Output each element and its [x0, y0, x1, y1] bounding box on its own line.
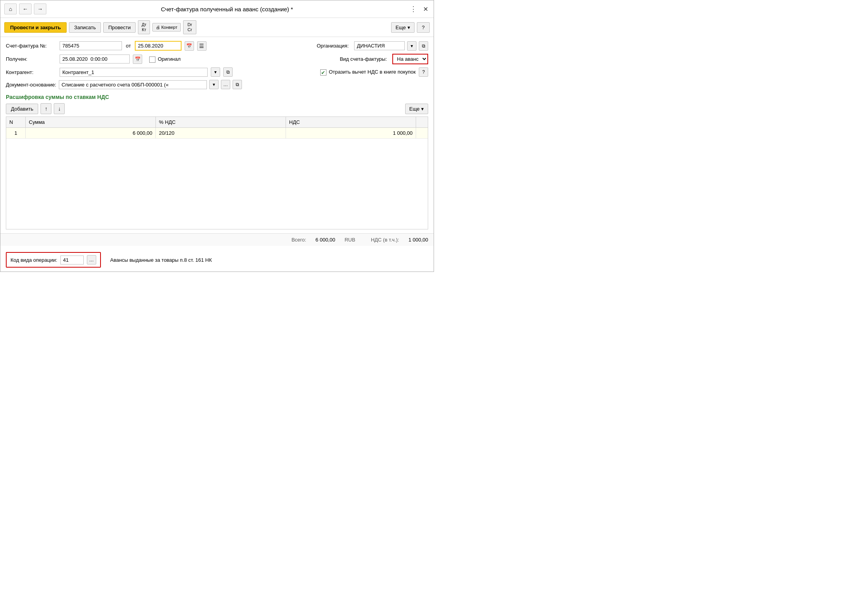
kontragent-label: Контрагент: — [6, 69, 56, 75]
original-label: Оригинал — [158, 56, 181, 62]
doc-osnov-copy-button[interactable]: ⧉ — [233, 80, 242, 89]
table-row[interactable]: 1 6 000,00 20/120 1 000,00 — [6, 128, 428, 139]
vid-select[interactable]: На аванс — [392, 54, 428, 64]
received-label: Получен: — [6, 56, 56, 62]
vid-label: Вид счета-фактуры: — [340, 56, 387, 62]
cell-action — [416, 128, 428, 138]
move-up-button[interactable]: ↑ — [41, 103, 51, 114]
dropdown-icon: ▾ — [408, 25, 410, 30]
move-down-button[interactable]: ↓ — [54, 103, 65, 114]
cell-summa: 6 000,00 — [26, 128, 156, 138]
footer-area: Код вида операции: … Авансы выданные за … — [0, 246, 434, 272]
vid-row: На аванс — [392, 54, 428, 64]
col-header-n: N — [6, 117, 26, 127]
dt-kt-button[interactable]: Дт Кт — [138, 20, 150, 34]
col-header-nds-pct: % НДС — [156, 117, 286, 127]
window-title: Счет-фактура полученный на аванс (создан… — [49, 6, 405, 12]
doc-view-button[interactable]: ☰ — [197, 41, 206, 51]
org-copy-button[interactable]: ⧉ — [419, 41, 428, 51]
convert-button[interactable]: 🖨 Конверт — [152, 23, 181, 32]
col-header-nds: НДС — [286, 117, 416, 127]
doc-osnov-label: Документ-основание: — [6, 82, 56, 88]
doc-osnov-dots-button[interactable]: … — [221, 80, 230, 89]
nds-checkbox-label: Отразить вычет НДС в книге покупок — [329, 69, 416, 76]
kontragent-dropdown-button[interactable]: ▾ — [211, 67, 220, 77]
help-button[interactable]: ? — [417, 22, 430, 33]
totals-row: Всего: 6 000,00 RUB НДС (в т.ч.): 1 000,… — [0, 233, 434, 246]
table-body: 1 6 000,00 20/120 1 000,00 — [6, 128, 428, 229]
nds-help-button[interactable]: ? — [419, 67, 428, 77]
more-icon[interactable]: ⋮ — [408, 5, 419, 13]
kod-label: Код вида операции: — [11, 257, 57, 263]
col-header-actions — [416, 117, 428, 127]
received-input[interactable] — [60, 55, 130, 63]
invoice-label: Счет-фактура №: — [6, 43, 56, 49]
footer-row: Код вида операции: … Авансы выданные за … — [6, 252, 428, 268]
vsego-label: Всего: — [291, 237, 306, 243]
post-button[interactable]: Провести — [103, 22, 136, 33]
original-group: Оригинал — [149, 56, 181, 63]
save-button[interactable]: Записать — [69, 22, 101, 33]
invoice-no-input[interactable] — [60, 41, 122, 50]
received-calendar-button[interactable]: 📅 — [133, 55, 142, 64]
invoice-row: Счет-фактура №: от 📅 ☰ Организация: ▾ ⧉ — [6, 41, 428, 51]
dr-cr-button[interactable]: Dr Cr — [183, 20, 196, 34]
section-title: Расшифровка суммы по ставкам НДС — [6, 94, 428, 100]
doc-osnov-row: Документ-основание: ▾ … ⧉ — [6, 80, 428, 89]
table-toolbar: Добавить ↑ ↓ Еще ▾ — [6, 103, 428, 114]
doc-osnov-dropdown-button[interactable]: ▾ — [209, 80, 219, 89]
nds-checkbox-group: ✔ Отразить вычет НДС в книге покупок — [320, 69, 416, 76]
add-button[interactable]: Добавить — [6, 104, 38, 114]
kontragent-row: Контрагент: ▾ ⧉ ✔ Отразить вычет НДС в к… — [6, 67, 428, 77]
original-checkbox[interactable] — [149, 56, 155, 63]
vsego-value: 6 000,00 — [316, 237, 335, 243]
kod-group: Код вида операции: … — [6, 252, 101, 268]
esche-button[interactable]: Еще ▾ — [391, 22, 414, 33]
toolbar: Провести и закрыть Записать Провести Дт … — [0, 18, 434, 37]
checkmark-icon: ✔ — [321, 70, 325, 76]
org-input[interactable] — [354, 41, 405, 50]
cell-nds: 1 000,00 — [286, 128, 416, 138]
received-row: Получен: 📅 Оригинал Вид счета-фактуры: Н… — [6, 54, 428, 64]
kod-input[interactable] — [60, 256, 84, 264]
date-input[interactable] — [135, 41, 182, 51]
currency-value: RUB — [344, 237, 355, 243]
printer-icon: 🖨 — [156, 25, 160, 30]
org-row: ▾ ⧉ — [354, 41, 428, 51]
title-bar: ⌂ ← → Счет-фактура полученный на аванс (… — [0, 0, 434, 18]
date-calendar-button[interactable]: 📅 — [185, 41, 194, 51]
nds-total-value: 1 000,00 — [408, 237, 428, 243]
from-label: от — [126, 43, 131, 49]
post-close-button[interactable]: Провести и закрыть — [4, 22, 67, 33]
nds-total-label: НДС (в т.ч.): — [371, 237, 399, 243]
close-icon[interactable]: ✕ — [422, 5, 430, 13]
org-label: Организация: — [317, 43, 349, 49]
table-dropdown-icon: ▾ — [421, 106, 424, 112]
forward-button[interactable]: → — [34, 4, 46, 14]
col-header-summa: Сумма — [26, 117, 156, 127]
back-button[interactable]: ← — [19, 4, 32, 14]
table-esche-button[interactable]: Еще ▾ — [405, 104, 428, 114]
footer-description: Авансы выданные за товары п.8 ст. 161 НК — [110, 257, 212, 263]
kontragent-input[interactable] — [60, 68, 208, 77]
doc-osnov-input[interactable] — [59, 80, 207, 89]
cell-nds-pct: 20/120 — [156, 128, 286, 138]
form-area: Счет-фактура №: от 📅 ☰ Организация: ▾ ⧉ … — [0, 37, 434, 233]
main-window: ⌂ ← → Счет-фактура полученный на аванс (… — [0, 0, 434, 272]
home-button[interactable]: ⌂ — [4, 4, 17, 14]
kod-dots-button[interactable]: … — [87, 255, 96, 264]
nds-checkbox[interactable]: ✔ — [320, 69, 326, 76]
cell-n: 1 — [6, 128, 26, 138]
table-header: N Сумма % НДС НДС — [6, 117, 428, 128]
kontragent-copy-button[interactable]: ⧉ — [223, 67, 233, 77]
org-dropdown-button[interactable]: ▾ — [407, 41, 416, 51]
nds-table: N Сумма % НДС НДС 1 6 000,00 20/120 1 00… — [6, 116, 428, 229]
